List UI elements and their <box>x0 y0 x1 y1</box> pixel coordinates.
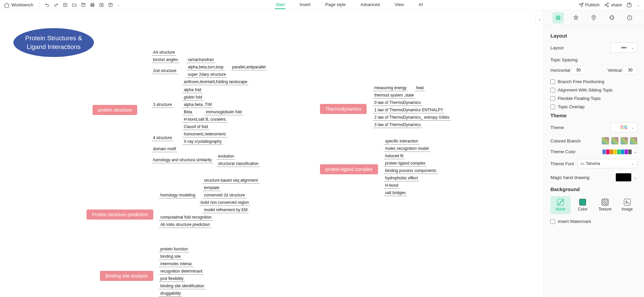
cbx-branch-free[interactable]: Branch Free Positioning <box>550 79 637 84</box>
cbx-align-sibling[interactable]: Alignment With Sibling Topic <box>550 87 637 93</box>
menu-insert[interactable]: Insert <box>299 1 311 9</box>
theme-font-select[interactable]: AaTahoma <box>577 159 637 168</box>
sub-node[interactable]: template <box>203 185 221 191</box>
sub-node[interactable]: evolution <box>217 154 235 160</box>
print-button[interactable] <box>90 2 95 7</box>
sub-node[interactable]: protein function <box>159 247 189 252</box>
tab-map[interactable] <box>588 12 599 23</box>
sub-node[interactable]: build non conserved region <box>199 200 250 206</box>
sub-node[interactable]: protein ligand complex <box>384 161 427 167</box>
tab-layout[interactable] <box>552 12 564 23</box>
theme-color-strip[interactable] <box>602 150 632 154</box>
sub-node[interactable]: 3 law of ThermoDynamics <box>373 122 422 128</box>
sub-node[interactable]: Classif of fold <box>182 124 209 130</box>
sub-node[interactable]: computatinal fold recognition <box>159 215 213 221</box>
bg-opt-color[interactable]: Color <box>573 196 593 214</box>
workbench-link[interactable]: Workbench <box>4 2 34 8</box>
node-binding-site-analysis[interactable]: Binding site analysis <box>100 271 153 281</box>
export-button[interactable] <box>99 2 104 7</box>
sub-node[interactable]: binding site <box>159 254 182 260</box>
layout-dropdown[interactable] <box>610 43 637 53</box>
save-button[interactable] <box>81 2 86 7</box>
mindmap-canvas[interactable]: Protein Structures & Ligand Interactions… <box>0 10 543 297</box>
sub-node[interactable]: H-bond,salt B, covalent, <box>182 117 228 123</box>
theme-dropdown[interactable] <box>610 122 637 132</box>
menu-view[interactable]: View <box>394 1 405 9</box>
sub-node[interactable]: heat <box>415 85 425 91</box>
sub-node[interactable]: 2nd structure <box>152 68 178 74</box>
horizontal-input[interactable] <box>572 66 586 74</box>
bg-opt-image[interactable]: Image <box>617 196 637 214</box>
sub-node[interactable]: hydrophobic effect <box>384 176 419 181</box>
sub-node[interactable]: prot flexibility <box>159 276 185 282</box>
share-button[interactable]: share <box>604 2 622 7</box>
sub-node[interactable]: ramachandran <box>186 57 215 63</box>
sub-node[interactable]: H-bond <box>384 183 399 189</box>
cbx-insert-watermark[interactable]: Insert Watermark <box>550 219 637 224</box>
sub-node[interactable]: structural classification <box>217 161 260 167</box>
sub-node[interactable]: torsion angles <box>152 57 179 63</box>
help-button[interactable] <box>627 2 632 8</box>
sub-node[interactable]: 2 law of ThermoDynamics_ entropy GIbbs <box>373 115 451 121</box>
sub-node[interactable]: immunoglobulin fold <box>205 110 243 115</box>
cbx-flex-float[interactable]: Flexible Floating Topic <box>550 96 637 101</box>
sub-node[interactable]: homomeric,heteromeric <box>182 132 227 137</box>
sub-node[interactable]: thermod system ,state <box>373 93 415 99</box>
tab-style[interactable] <box>570 12 582 23</box>
root-topic[interactable]: Protein Structures & Ligand Interactions <box>13 28 94 57</box>
sub-node[interactable]: specific interaction <box>384 139 420 144</box>
sub-node[interactable]: AA structure <box>152 50 176 56</box>
chevron-down-icon[interactable]: ⌄ <box>634 175 637 180</box>
node-thermodynamics[interactable]: Thermodynamics <box>320 104 367 114</box>
sub-node[interactable]: 3 structure <box>152 102 173 108</box>
sub-node[interactable]: alpha beta ,TIM <box>182 102 213 108</box>
cbx-topic-overlap[interactable]: Topic Overlap <box>550 104 637 109</box>
sub-node[interactable]: measuring energy <box>373 85 408 91</box>
node-protein-structure-prediction[interactable]: Protein structure prediction <box>87 210 153 220</box>
sub-node[interactable]: super 2dary structure <box>186 72 227 78</box>
sub-node[interactable]: binding process components <box>384 168 438 174</box>
sub-node[interactable]: intermolec interac <box>159 261 194 267</box>
panel-collapse-button[interactable]: › <box>535 15 543 24</box>
vertical-input[interactable] <box>623 66 637 74</box>
magic-hand-color[interactable] <box>615 173 632 182</box>
menu-advanced[interactable]: Advanced <box>360 1 380 9</box>
sub-node[interactable]: alpha,beta,turn,loop <box>186 65 225 70</box>
swatch[interactable] <box>611 137 619 144</box>
swatch[interactable] <box>602 137 609 144</box>
import-button[interactable] <box>108 2 113 7</box>
sub-node[interactable]: Beta <box>182 110 194 115</box>
sub-node[interactable]: alpha fold <box>182 87 203 93</box>
node-protein-ligand-complex[interactable]: protein-ligand complex <box>320 164 378 174</box>
sub-node[interactable]: conserved 2d structure <box>203 193 246 198</box>
sub-node[interactable]: binding site identification <box>159 284 206 289</box>
sub-node[interactable]: homology and structura similarity <box>152 158 213 163</box>
swatch[interactable] <box>621 137 628 144</box>
node-protein-structure[interactable]: protein structure <box>93 105 137 115</box>
sub-node[interactable]: parallel,antiparallel <box>231 65 267 70</box>
sub-node[interactable]: salt bridges <box>384 190 407 196</box>
sub-node[interactable]: 1 law of ThermoDynamics ENTHALPY <box>373 108 444 113</box>
open-button[interactable] <box>72 2 77 7</box>
publish-button[interactable]: Publish <box>579 2 600 7</box>
sub-node[interactable]: anfinsen,levintahl,folding landscape <box>182 79 249 85</box>
menu-start[interactable]: Start <box>275 1 285 9</box>
sub-node[interactable]: domain motif <box>152 146 177 152</box>
sub-node[interactable]: 4 structure <box>152 135 173 141</box>
undo-button[interactable] <box>45 2 50 7</box>
tab-settings[interactable] <box>606 12 618 23</box>
sub-node[interactable]: globin fold <box>182 95 204 101</box>
sub-node[interactable]: molec recognition model <box>384 146 430 152</box>
new-button[interactable] <box>63 2 68 7</box>
tab-history[interactable] <box>624 12 635 23</box>
swatch[interactable] <box>630 137 637 144</box>
bg-opt-texture[interactable]: Texture <box>595 196 615 214</box>
chevron-down-icon[interactable]: ⌄ <box>637 3 640 7</box>
sub-node[interactable]: induced fit <box>384 154 405 159</box>
sub-node[interactable]: homology modeling <box>159 193 197 198</box>
sub-node[interactable]: model refinement by EM <box>203 207 249 213</box>
redo-button[interactable] <box>54 2 59 7</box>
sub-node[interactable]: recognition determinant <box>159 269 204 275</box>
menu-page-style[interactable]: Page style <box>325 1 346 9</box>
sub-node[interactable]: 0 law of ThermoDynamics <box>373 100 422 106</box>
